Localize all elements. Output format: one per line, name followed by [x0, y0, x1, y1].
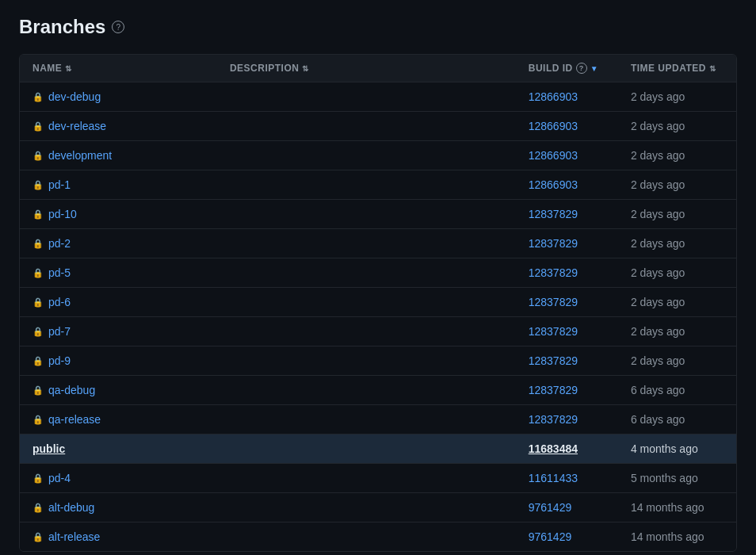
- table-row[interactable]: 🔒pd-1128669032 days ago: [20, 170, 736, 200]
- page-header: Branches ?: [19, 16, 737, 38]
- build-id-link[interactable]: 12837829: [529, 296, 578, 308]
- build-id-link[interactable]: 11683484: [529, 442, 578, 455]
- branch-name-link[interactable]: alt-debug: [48, 501, 94, 514]
- table-row[interactable]: 🔒pd-5128378292 days ago: [20, 258, 736, 288]
- build-id-link[interactable]: 11611433: [529, 472, 578, 484]
- build-id-link[interactable]: 12866903: [529, 178, 578, 191]
- table-cell-name: 🔒dev-release: [20, 112, 217, 141]
- table-row[interactable]: 🔒pd-9128378292 days ago: [20, 346, 736, 376]
- branch-name-link[interactable]: dev-release: [48, 120, 106, 132]
- table-cell-description: [217, 317, 516, 346]
- col-build-id-sort-icon: ▼: [590, 64, 598, 73]
- col-header-time-updated-inner[interactable]: TIME UPDATED ⇅: [631, 63, 724, 74]
- branch-name-link[interactable]: alt-release: [48, 530, 100, 543]
- name-cell-container: 🔒qa-debug: [32, 384, 204, 396]
- name-cell-container: 🔒pd-5: [32, 266, 204, 279]
- branch-name-link[interactable]: development: [48, 149, 112, 162]
- name-cell-container: 🔒pd-2: [32, 237, 204, 250]
- branch-name-link[interactable]: pd-6: [48, 296, 71, 308]
- col-header-build-id-inner[interactable]: BUILD ID ? ▼: [529, 63, 605, 74]
- table-cell-description: [217, 288, 516, 317]
- table-cell-description: [217, 229, 516, 258]
- table-cell-build-id: 12837829: [516, 258, 618, 288]
- table-cell-description: [217, 434, 516, 464]
- table-row[interactable]: 🔒qa-release128378296 days ago: [20, 405, 736, 434]
- lock-icon: 🔒: [32, 121, 44, 132]
- table-cell-time-updated: 5 months ago: [618, 464, 736, 493]
- name-cell-container: public: [32, 442, 204, 455]
- name-cell-container: 🔒qa-release: [32, 413, 204, 426]
- build-id-link[interactable]: 12837829: [529, 266, 578, 279]
- lock-icon: 🔒: [32, 151, 44, 161]
- branches-table-container: NAME ⇅ DESCRIPTION ⇅ BUILD ID ?: [19, 54, 737, 552]
- lock-icon: 🔒: [32, 503, 44, 513]
- table-row[interactable]: 🔒development128669032 days ago: [20, 141, 736, 170]
- build-id-help-icon[interactable]: ?: [576, 63, 587, 74]
- branch-name-link[interactable]: pd-4: [48, 472, 71, 484]
- table-cell-time-updated: 2 days ago: [618, 200, 736, 229]
- col-header-name-inner[interactable]: NAME ⇅: [32, 63, 204, 74]
- table-cell-name: 🔒qa-release: [20, 405, 217, 434]
- table-cell-build-id: 11683484: [516, 434, 618, 464]
- table-body: 🔒dev-debug128669032 days ago🔒dev-release…: [20, 82, 736, 552]
- table-cell-build-id: 11611433: [516, 464, 618, 493]
- table-cell-name: 🔒pd-2: [20, 229, 217, 258]
- branch-name-link[interactable]: pd-9: [48, 354, 71, 367]
- page-help-icon[interactable]: ?: [112, 21, 124, 33]
- build-id-link[interactable]: 12866903: [529, 120, 578, 132]
- name-cell-container: 🔒pd-10: [32, 208, 204, 220]
- table-header-row: NAME ⇅ DESCRIPTION ⇅ BUILD ID ?: [20, 55, 736, 82]
- build-id-link[interactable]: 12837829: [529, 237, 578, 250]
- build-id-link[interactable]: 9761429: [529, 501, 572, 514]
- build-id-link[interactable]: 12837829: [529, 208, 578, 220]
- lock-icon: 🔒: [32, 180, 44, 190]
- table-row[interactable]: 🔒alt-debug976142914 months ago: [20, 493, 736, 522]
- branch-name-link[interactable]: pd-1: [48, 178, 71, 191]
- name-cell-container: 🔒alt-debug: [32, 501, 204, 514]
- table-cell-build-id: 12837829: [516, 405, 618, 434]
- branch-name-link[interactable]: pd-10: [48, 208, 77, 220]
- branch-name-link[interactable]: pd-5: [48, 266, 71, 279]
- table-row[interactable]: 🔒dev-release128669032 days ago: [20, 112, 736, 141]
- build-id-link[interactable]: 12837829: [529, 384, 578, 396]
- table-cell-time-updated: 2 days ago: [618, 346, 736, 376]
- branch-name-link[interactable]: pd-2: [48, 237, 71, 250]
- table-row[interactable]: 🔒pd-10128378292 days ago: [20, 200, 736, 229]
- build-id-link[interactable]: 12837829: [529, 413, 578, 426]
- name-cell-container: 🔒alt-release: [32, 530, 204, 543]
- table-row[interactable]: 🔒dev-debug128669032 days ago: [20, 82, 736, 112]
- branch-name-link[interactable]: qa-release: [48, 413, 101, 426]
- col-build-id-label: BUILD ID: [529, 63, 573, 74]
- branch-name-link[interactable]: pd-7: [48, 325, 71, 338]
- branch-name-link[interactable]: dev-debug: [48, 90, 101, 103]
- table-cell-name: 🔒pd-5: [20, 258, 217, 288]
- build-id-link[interactable]: 12866903: [529, 90, 578, 103]
- table-row[interactable]: 🔒pd-7128378292 days ago: [20, 317, 736, 346]
- branches-table: NAME ⇅ DESCRIPTION ⇅ BUILD ID ?: [20, 55, 736, 551]
- table-row[interactable]: 🔒pd-6128378292 days ago: [20, 288, 736, 317]
- table-row[interactable]: 🔒pd-2128378292 days ago: [20, 229, 736, 258]
- build-id-link[interactable]: 12837829: [529, 325, 578, 338]
- table-row[interactable]: 🔒alt-release976142914 months ago: [20, 522, 736, 552]
- col-header-description: DESCRIPTION ⇅: [217, 55, 516, 82]
- col-header-build-id: BUILD ID ? ▼: [516, 55, 618, 82]
- table-cell-time-updated: 4 months ago: [618, 434, 736, 464]
- lock-icon: 🔒: [32, 327, 44, 337]
- table-cell-build-id: 12837829: [516, 288, 618, 317]
- table-cell-description: [217, 493, 516, 522]
- col-header-description-inner[interactable]: DESCRIPTION ⇅: [230, 63, 503, 74]
- branch-name-link[interactable]: qa-debug: [48, 384, 95, 396]
- build-id-link[interactable]: 12837829: [529, 354, 578, 367]
- name-cell-container: 🔒dev-debug: [32, 90, 204, 103]
- table-cell-build-id: 12837829: [516, 317, 618, 346]
- table-row[interactable]: public116834844 months ago: [20, 434, 736, 464]
- build-id-link[interactable]: 9761429: [529, 530, 572, 543]
- table-cell-build-id: 12837829: [516, 200, 618, 229]
- table-cell-build-id: 12837829: [516, 346, 618, 376]
- table-row[interactable]: 🔒qa-debug128378296 days ago: [20, 376, 736, 405]
- table-row[interactable]: 🔒pd-4116114335 months ago: [20, 464, 736, 493]
- lock-icon: 🔒: [32, 209, 44, 220]
- branch-name-link[interactable]: public: [32, 442, 65, 455]
- table-cell-build-id: 9761429: [516, 522, 618, 552]
- build-id-link[interactable]: 12866903: [529, 149, 578, 162]
